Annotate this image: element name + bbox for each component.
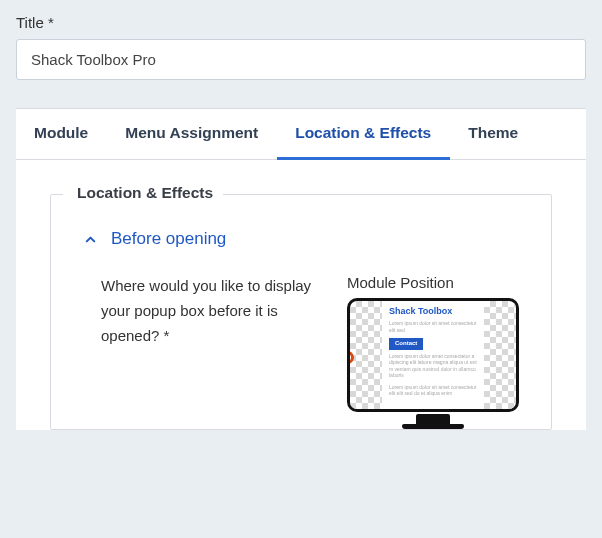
fieldset-legend: Location & Effects	[63, 184, 223, 202]
title-input[interactable]	[16, 39, 586, 80]
tab-menu-assignment[interactable]: Menu Assignment	[107, 109, 277, 159]
tabs-bar: Module Menu Assignment Location & Effect…	[16, 108, 586, 160]
preview-button: Contact	[389, 338, 423, 350]
tab-module[interactable]: Module	[16, 109, 107, 159]
accordion-header-label: Before opening	[111, 229, 226, 249]
accordion-before-opening[interactable]: Before opening	[73, 222, 529, 264]
question-text: Where would you like to display your pop…	[101, 274, 327, 429]
checker-right	[484, 301, 516, 409]
chevron-up-icon	[79, 228, 101, 250]
monitor-base	[402, 424, 464, 429]
preview-content: Shack Toolbox Lorem ipsum dolor sit amet…	[382, 301, 484, 409]
preview-title: Shack Toolbox	[389, 306, 477, 317]
tab-panel: Location & Effects Before opening Where …	[16, 160, 586, 430]
module-position-preview[interactable]: Shack Toolbox Lorem ipsum dolor sit amet…	[347, 298, 519, 429]
tab-location-effects[interactable]: Location & Effects	[277, 109, 450, 160]
module-position-label: Module Position	[347, 274, 529, 291]
monitor-stand	[416, 414, 450, 424]
tab-theme[interactable]: Theme	[450, 109, 537, 159]
title-label: Title *	[16, 14, 586, 31]
fieldset-location-effects: Location & Effects Before opening Where …	[50, 194, 552, 430]
checker-left	[350, 301, 382, 409]
